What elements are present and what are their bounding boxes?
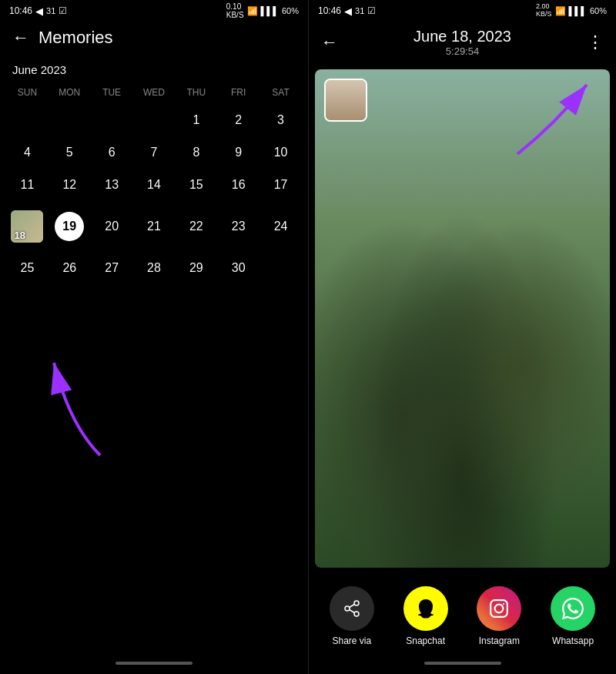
cal-day-13[interactable]: 13 [91,170,133,200]
cal-day-19[interactable]: 19 [49,203,91,250]
svg-point-3 [345,606,350,611]
cal-day-25[interactable]: 25 [6,253,49,283]
cal-day-21[interactable]: 21 [133,203,176,250]
selected-day-19[interactable]: 19 [55,212,84,241]
left-top-bar: ← Memories [0,22,308,54]
signal-icon: ▌▌▌ [261,6,279,15]
svg-point-4 [354,612,359,616]
month-label: June 2023 [0,54,308,79]
cal-empty-2 [49,106,91,135]
col-sun: SUN [6,82,49,102]
cal-day-10[interactable]: 10 [259,138,302,167]
instagram-item[interactable]: Instagram [477,586,521,646]
right-panel: 10:46 ◀ 31 ☑ 2.00KB/S 📶 ▌▌▌ 60% ← June 1… [308,0,616,674]
whatsapp-icon[interactable] [551,586,595,631]
svg-line-5 [349,610,354,613]
cal-day-7[interactable]: 7 [133,138,176,167]
share-via-item[interactable]: Share via [330,586,374,646]
cal-day-4[interactable]: 4 [6,138,49,167]
media-background [315,69,610,568]
col-fri: FRI [217,82,259,102]
right-wifi-icon: 📶 [555,6,566,16]
page-title: Memories [38,28,113,48]
calendar-day-headers: SUN MON TUE WED THU FRI SAT [0,79,308,106]
right-status-left: 10:46 ◀ 31 ☑ [318,5,376,17]
more-options-button[interactable]: ⋮ [587,32,604,52]
cal-day-29[interactable]: 29 [175,253,217,283]
whatsapp-item[interactable]: Whatsapp [551,586,595,646]
right-top-bar: ← June 18, 2023 5:29:54 ⋮ [309,22,616,63]
left-bottom-bar [116,662,192,665]
svg-line-6 [349,605,354,608]
whatsapp-label: Whatsapp [552,635,594,646]
right-cal-icon: 31 [355,6,364,15]
right-nav-icon: ◀ [344,5,352,17]
right-signal-icon: ▌▌▌ [569,6,587,15]
wifi-icon: 📶 [247,6,258,16]
right-back-button[interactable]: ← [321,32,338,52]
cal-day-2[interactable]: 2 [217,106,259,135]
cal-day-28[interactable]: 28 [133,253,176,283]
cal-day-1[interactable]: 1 [175,106,217,135]
cal-day-26[interactable]: 26 [49,253,91,283]
svg-point-8 [495,605,504,613]
instagram-icon[interactable] [477,586,521,631]
left-status-bar: 10:46 ◀ 31 ☑ 0.10KB/S 📶 ▌▌▌ 60% [0,0,308,22]
cal-day-16[interactable]: 16 [217,170,259,200]
cal-day-8[interactable]: 8 [175,138,217,167]
cal-day-5[interactable]: 5 [49,138,91,167]
cal-day-6[interactable]: 6 [91,138,133,167]
cal-day-27[interactable]: 27 [91,253,133,283]
cal-day-18[interactable]: 18 [6,203,49,250]
col-tue: TUE [91,82,133,102]
right-check-icon: ☑ [367,5,376,16]
cal-day-30[interactable]: 30 [217,253,259,283]
instagram-label: Instagram [479,635,520,646]
cal-empty-end [259,253,302,283]
cal-day-14[interactable]: 14 [133,170,176,200]
right-bottom-bar [424,662,501,665]
cal-empty-1 [6,106,49,135]
cal-empty-4 [133,106,176,135]
share-via-icon[interactable] [330,586,374,631]
left-check-icon: ☑ [59,5,67,16]
cal-day-20[interactable]: 20 [91,203,133,250]
snapchat-label: Snapchat [406,635,445,646]
data-icon: 0.10KB/S [226,2,244,19]
left-nav-icon: ◀ [35,5,43,17]
left-cal-icon: 31 [46,6,55,15]
contact-face [326,80,366,120]
cal-day-3[interactable]: 3 [259,106,302,135]
cal-day-9[interactable]: 9 [217,138,259,167]
svg-point-2 [354,601,359,605]
left-status-right: 0.10KB/S 📶 ▌▌▌ 60% [226,2,299,19]
right-data-icon: 2.00KB/S [536,3,552,18]
share-via-label: Share via [333,635,372,646]
right-status-bar: 10:46 ◀ 31 ☑ 2.00KB/S 📶 ▌▌▌ 60% [309,0,616,22]
media-container [315,69,610,568]
left-status-left: 10:46 ◀ 31 ☑ [9,5,67,17]
col-wed: WED [133,82,176,102]
col-thu: THU [175,82,217,102]
col-mon: MON [49,82,91,102]
snapchat-icon[interactable] [403,586,448,631]
cal-day-24[interactable]: 24 [259,203,302,250]
snapchat-item[interactable]: Snapchat [403,586,448,646]
share-bar: Share via Snapchat Instagram [309,574,616,662]
contact-thumbnail [324,79,367,122]
cal-day-15[interactable]: 15 [175,170,217,200]
right-status-right: 2.00KB/S 📶 ▌▌▌ 60% [536,3,607,18]
cal-day-22[interactable]: 22 [175,203,217,250]
calendar-grid: 1 2 3 4 5 6 7 8 9 10 11 12 13 14 15 16 1… [0,106,308,283]
day-18-thumb[interactable]: 18 [11,210,43,243]
svg-rect-7 [491,600,508,617]
col-sat: SAT [259,82,302,102]
back-button[interactable]: ← [12,28,29,48]
cal-day-11[interactable]: 11 [6,170,49,200]
left-panel: 10:46 ◀ 31 ☑ 0.10KB/S 📶 ▌▌▌ 60% ← Memori… [0,0,308,674]
cal-day-17[interactable]: 17 [259,170,302,200]
right-top-bar-center: June 18, 2023 5:29:54 [338,28,587,57]
battery-label: 60% [282,6,299,15]
cal-day-23[interactable]: 23 [217,203,259,250]
cal-day-12[interactable]: 12 [49,170,91,200]
